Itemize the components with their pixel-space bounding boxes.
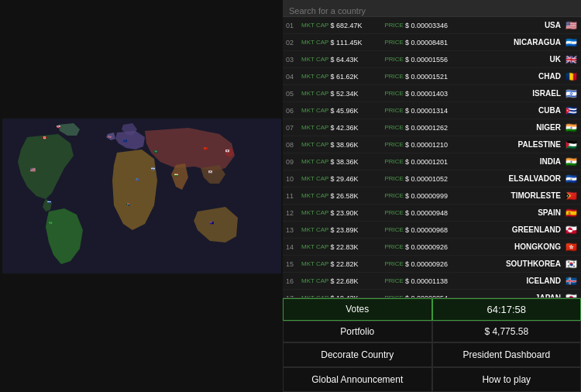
price-label: PRICE [384, 107, 403, 114]
mkt-cap-label: MKT CAP [301, 107, 328, 114]
mkt-cap-label: MKT CAP [301, 192, 328, 199]
price-label: PRICE [384, 56, 403, 63]
svg-text:🇨🇩: 🇨🇩 [136, 177, 139, 181]
table-row[interactable]: 07 MKT CAP $ 42.36K PRICE $ 0.00001262 N… [283, 119, 581, 136]
country-name: USA [475, 21, 561, 29]
svg-text:🇨🇳: 🇨🇳 [204, 146, 208, 150]
price-label: PRICE [384, 192, 403, 199]
row-number: 13 [286, 226, 301, 234]
mkt-cap-value: $ 29.46K [330, 175, 384, 183]
mkt-cap-value: $ 22.83K [330, 243, 384, 251]
country-flag: 🇮🇳 [564, 122, 578, 133]
svg-text:🇧🇷: 🇧🇷 [49, 221, 53, 225]
mkt-cap-label: MKT CAP [301, 243, 328, 250]
global-announcement-button[interactable]: Global Announcement [283, 367, 432, 392]
price-value: $ 0.00001556 [405, 56, 475, 64]
mkt-cap-label: MKT CAP [301, 90, 328, 97]
row-number: 02 [286, 39, 301, 46]
price-label: PRICE [384, 277, 403, 284]
svg-text:🇸🇦: 🇸🇦 [154, 150, 158, 153]
price-value: $ 0.00008481 [405, 39, 475, 46]
mkt-cap-value: $ 111.45K [330, 39, 384, 46]
country-flag: 🇹🇩 [564, 71, 578, 82]
country-name: TIMORLESTE [475, 191, 561, 200]
table-row[interactable]: 09 MKT CAP $ 38.36K PRICE $ 0.00001201 I… [283, 153, 581, 170]
price-label: PRICE [384, 141, 403, 148]
bottom-grid: Votes 64:17:58 Portfolio $ 4,775.58 Deco… [283, 297, 581, 392]
price-label: PRICE [384, 175, 403, 182]
country-flag: 🇬🇱 [564, 225, 578, 236]
country-flag: 🇭🇰 [564, 242, 578, 253]
data-panel: 01 MKT CAP $ 682.47K PRICE $ 0.00003346 … [283, 0, 581, 392]
table-row[interactable]: 14 MKT CAP $ 22.83K PRICE $ 0.00000926 H… [283, 239, 581, 256]
country-flag: 🇨🇺 [564, 105, 578, 116]
rankings-table: 01 MKT CAP $ 682.47K PRICE $ 0.00003346 … [283, 17, 581, 297]
mkt-cap-label: MKT CAP [301, 226, 328, 233]
table-row[interactable]: 11 MKT CAP $ 26.58K PRICE $ 0.00000999 T… [283, 187, 581, 205]
price-label: PRICE [384, 90, 403, 97]
country-flag: 🇮🇸 [564, 276, 578, 287]
row-number: 05 [286, 90, 301, 98]
table-row[interactable]: 03 MKT CAP $ 64.43K PRICE $ 0.00001556 U… [283, 51, 581, 68]
mkt-cap-label: MKT CAP [301, 209, 328, 216]
mkt-cap-label: MKT CAP [301, 56, 328, 63]
country-flag: 🇰🇷 [564, 259, 578, 270]
row-number: 01 [286, 22, 301, 29]
table-row[interactable]: 06 MKT CAP $ 45.96K PRICE $ 0.00001314 C… [283, 102, 581, 119]
table-row[interactable]: 10 MKT CAP $ 29.46K PRICE $ 0.00001052 E… [283, 170, 581, 187]
row-number: 09 [286, 158, 301, 166]
how-to-play-button[interactable]: How to play [432, 367, 582, 392]
table-row[interactable]: 02 MKT CAP $ 111.45K PRICE $ 0.00008481 … [283, 34, 581, 51]
search-input[interactable] [289, 6, 575, 15]
search-bar[interactable] [283, 0, 581, 17]
row-number: 12 [286, 209, 301, 217]
country-flag: 🇮🇳 [564, 156, 578, 167]
map-container: 🇺🇸 🇧🇷 🇬🇱 🇬🇧 🇪🇺 🇨🇩 🇿🇦 🇸🇦 🇮🇳 🇨🇳 🇯🇵 🇰🇷 🇦🇺 🇮… [0, 0, 283, 392]
country-name: CHAD [475, 72, 561, 81]
price-value: $ 0.00001210 [405, 141, 475, 149]
price-label: PRICE [384, 73, 403, 80]
country-name: INDIA [475, 157, 561, 166]
mkt-cap-value: $ 26.58K [330, 192, 384, 200]
decorate-country-button[interactable]: Decorate Country [283, 342, 432, 367]
svg-text:🇿🇦: 🇿🇦 [126, 202, 130, 206]
country-name: ELSALVADOR [475, 174, 561, 183]
svg-text:🇬🇱: 🇬🇱 [57, 125, 60, 129]
table-row[interactable]: 04 MKT CAP $ 61.62K PRICE $ 0.00001521 C… [283, 68, 581, 85]
votes-button[interactable]: Votes [283, 298, 432, 321]
price-label: PRICE [384, 124, 403, 131]
price-value: $ 0.00000926 [405, 260, 475, 268]
price-value: $ 0.00001314 [405, 107, 475, 115]
table-row[interactable]: 01 MKT CAP $ 682.47K PRICE $ 0.00003346 … [283, 17, 581, 34]
mkt-cap-value: $ 22.68K [330, 277, 384, 285]
row-number: 08 [286, 141, 301, 149]
row-number: 14 [286, 243, 301, 251]
mkt-cap-label: MKT CAP [301, 277, 328, 284]
table-row[interactable]: 13 MKT CAP $ 23.89K PRICE $ 0.00000968 G… [283, 222, 581, 239]
mkt-cap-label: MKT CAP [301, 175, 328, 182]
mkt-cap-value: $ 23.89K [330, 226, 384, 234]
portfolio-button[interactable]: Portfolio [283, 321, 432, 342]
price-value: $ 0.00000926 [405, 243, 475, 251]
mkt-cap-value: $ 38.36K [330, 158, 384, 166]
svg-text:🇮🇳: 🇮🇳 [174, 173, 178, 177]
table-row[interactable]: 16 MKT CAP $ 22.68K PRICE $ 0.00001138 I… [283, 273, 581, 290]
row-number: 06 [286, 107, 301, 115]
price-value: $ 0.00001201 [405, 158, 475, 166]
table-row[interactable]: 15 MKT CAP $ 22.82K PRICE $ 0.00000926 S… [283, 256, 581, 273]
table-row[interactable]: 12 MKT CAP $ 23.90K PRICE $ 0.00000948 S… [283, 205, 581, 222]
portfolio-value: $ 4,775.58 [432, 321, 582, 342]
country-name: ISRAEL [475, 89, 561, 98]
svg-text:🇯🇵: 🇯🇵 [225, 149, 229, 153]
table-row[interactable]: 17 MKT CAP $ 19.42K PRICE $ 0.00000854 J… [283, 290, 581, 297]
price-label: PRICE [384, 158, 403, 165]
svg-text:🇪🇺: 🇪🇺 [123, 139, 127, 143]
president-dashboard-button[interactable]: President Dashboard [432, 342, 582, 367]
table-row[interactable]: 05 MKT CAP $ 52.34K PRICE $ 0.00001403 I… [283, 85, 581, 102]
mkt-cap-value: $ 42.36K [330, 124, 384, 132]
row-number: 04 [286, 73, 301, 81]
table-row[interactable]: 08 MKT CAP $ 38.96K PRICE $ 0.00001210 P… [283, 136, 581, 153]
mkt-cap-value: $ 22.82K [330, 260, 384, 268]
mkt-cap-value: $ 52.34K [330, 90, 384, 98]
mkt-cap-label: MKT CAP [301, 39, 328, 46]
